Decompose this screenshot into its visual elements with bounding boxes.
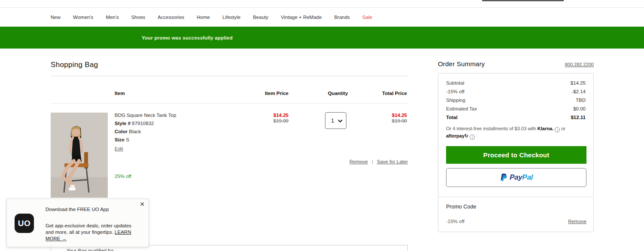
link-separator: | (372, 159, 373, 164)
nav-item-beauty[interactable]: Beauty (253, 15, 268, 20)
style-value: 87910832 (132, 121, 154, 126)
style-label: Style # (115, 121, 131, 126)
nav-item-sale[interactable]: Sale (362, 15, 372, 20)
page-title: Shopping Bag (51, 61, 98, 69)
or-text: or (561, 126, 565, 131)
nav-item-mens[interactable]: Men's (106, 15, 118, 20)
edit-link[interactable]: Edit (115, 146, 123, 151)
order-summary-rows: Subtotal $14.25 -15% off -$2.14 Shipping… (438, 73, 593, 120)
installments-note: Or 4 interest-free installments of $3.03… (438, 123, 593, 140)
total-price-block: $14.25 $19.00 (364, 113, 407, 124)
afterpay-info-icon[interactable]: i (470, 135, 475, 140)
size-label: Size (115, 137, 125, 142)
promo-success-message: Your promo was successfully applied (142, 35, 233, 40)
afterpay-text: afterpay (446, 133, 465, 138)
paypal-text-pay: Pay (510, 173, 522, 181)
paypal-logo-icon (500, 173, 507, 182)
summary-row-total: Total $12.11 (446, 115, 586, 120)
remove-promo-link[interactable]: Remove (568, 219, 586, 224)
header-row-divider (51, 103, 408, 104)
item-original-price: $19.00 (246, 118, 289, 124)
item-style: Style # 87910832 (115, 121, 176, 126)
shipping-value: TBD (576, 98, 586, 103)
applied-promo-row: -15% off Remove (446, 219, 586, 224)
item-name[interactable]: BDG Square Neck Tank Top (115, 113, 176, 118)
item-size: Size S (115, 137, 176, 142)
nav-item-new[interactable]: New (51, 15, 61, 20)
size-value: S (126, 137, 129, 142)
column-header-item: Item (115, 91, 125, 96)
discount-badge: 25% off (115, 174, 131, 179)
popup-title: Download the FREE UO App (46, 207, 109, 212)
applied-promo-label: -15% off (446, 219, 465, 224)
proceed-to-checkout-button[interactable]: Proceed to Checkout (446, 146, 586, 164)
nav-item-shoes[interactable]: Shoes (131, 15, 146, 20)
color-label: Color (115, 129, 128, 134)
app-download-popup: ✕ UO Download the FREE UO App Get app-ex… (6, 199, 149, 247)
product-image[interactable] (51, 113, 108, 198)
nav-item-brands[interactable]: Brands (334, 15, 349, 20)
promo-success-banner: Your promo was successfully applied (0, 27, 644, 49)
item-sale-price: $14.25 (246, 113, 289, 118)
customer-service-phone-link[interactable]: 800.282.2200 (565, 62, 594, 67)
total-original-price: $19.00 (364, 118, 407, 124)
klarna-logo: Klarna. (538, 126, 553, 131)
summary-row-tax: Estimated Tax $0.00 (446, 106, 586, 111)
discount-value: -$2.14 (571, 89, 586, 94)
color-value: Black (129, 129, 141, 134)
bag-footer-message: Your Bag qualified for... (67, 248, 118, 251)
summary-row-subtotal: Subtotal $14.25 (446, 80, 586, 86)
column-header-total-price: Total Price (364, 91, 407, 96)
order-summary-box: Subtotal $14.25 -15% off -$2.14 Shipping… (438, 73, 594, 232)
chevron-down-icon (338, 119, 343, 122)
uo-app-logo: UO (15, 214, 34, 233)
nav-item-womens[interactable]: Women's (73, 15, 93, 20)
title-divider (51, 76, 408, 76)
subtotal-label: Subtotal (446, 80, 464, 86)
subtotal-value: $14.25 (571, 80, 586, 86)
nav-item-accessories[interactable]: Accessories (158, 15, 184, 20)
item-price-block: $14.25 $19.00 (246, 113, 289, 124)
installments-text: Or 4 interest-free installments of $3.03… (446, 126, 536, 131)
remove-link[interactable]: Remove (349, 159, 368, 164)
popup-body: Get app-exclusive deals, order updates a… (46, 223, 136, 242)
total-value: $12.11 (571, 115, 586, 120)
promo-section-divider (438, 197, 593, 197)
paypal-text-pal: Pal (522, 173, 533, 181)
promo-code-title: Promo Code (446, 204, 476, 210)
nav-item-vintage-remade[interactable]: Vintage + ReMade (281, 15, 322, 20)
tax-label: Estimated Tax (446, 106, 477, 111)
tax-value: $0.00 (573, 106, 586, 111)
quantity-value: 1 (331, 117, 334, 124)
paypal-button[interactable]: PayPal (446, 168, 586, 187)
main-nav: New Women's Men's Shoes Accessories Home… (51, 8, 372, 27)
nav-item-lifestyle[interactable]: Lifestyle (222, 15, 240, 20)
summary-row-shipping: Shipping TBD (446, 98, 586, 103)
total-label: Total (446, 115, 458, 120)
summary-row-discount: -15% off -$2.14 (446, 89, 586, 94)
column-header-quantity: Quantity (316, 91, 359, 96)
search-bar-remnant (482, 0, 564, 1)
klarna-info-icon[interactable]: i (555, 127, 560, 132)
item-color: Color Black (115, 129, 176, 134)
quantity-select[interactable]: 1 (325, 112, 346, 129)
item-actions: Remove | Save for Later (326, 159, 408, 164)
nav-item-home[interactable]: Home (197, 15, 210, 20)
shipping-label: Shipping (446, 98, 465, 103)
save-for-later-link[interactable]: Save for Later (377, 159, 408, 164)
order-summary-title: Order Summary (438, 60, 485, 67)
total-sale-price: $14.25 (364, 113, 407, 118)
afterpay-logo: afterpay↻ (446, 133, 468, 138)
shopping-bag-page: New Women's Men's Shoes Accessories Home… (0, 0, 644, 251)
afterpay-arrows-icon: ↻ (465, 133, 468, 138)
column-header-item-price: Item Price (246, 91, 289, 96)
discount-label: -15% off (446, 89, 465, 94)
close-icon[interactable]: ✕ (140, 201, 145, 208)
item-details: BDG Square Neck Tank Top Style # 8791083… (115, 113, 176, 151)
